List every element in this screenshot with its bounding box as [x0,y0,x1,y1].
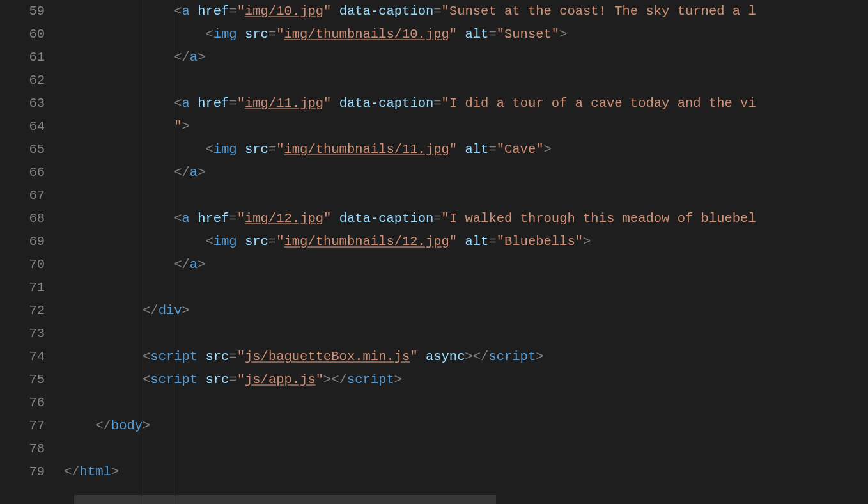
code-line[interactable] [64,437,868,461]
line-number: 59 [0,0,45,23]
line-number-gutter: 5960616263646566676869707172737475767778… [0,0,64,504]
code-line[interactable]: </a> [64,46,868,69]
line-number: 68 [0,207,45,230]
code-line[interactable]: </div> [64,299,868,322]
line-number: 76 [0,391,45,414]
indent-guide [143,0,143,504]
code-line[interactable]: <a href="img/11.jpg" data-caption="I did… [64,92,868,115]
code-line[interactable]: <a href="img/12.jpg" data-caption="I wal… [64,207,868,230]
code-line[interactable] [64,276,868,299]
line-number: 77 [0,414,45,437]
line-number: 62 [0,69,45,92]
code-line[interactable]: <script src="js/baguetteBox.min.js" asyn… [64,345,868,368]
code-line[interactable] [64,322,868,345]
line-number: 75 [0,368,45,391]
code-line[interactable]: </a> [64,161,868,184]
line-number: 66 [0,161,45,184]
line-number: 72 [0,299,45,322]
code-line[interactable]: <img src="img/thumbnails/11.jpg" alt="Ca… [64,138,868,161]
code-line[interactable]: </body> [64,414,868,437]
code-line[interactable]: <script src="js/app.js"></script> [64,368,868,391]
code-line[interactable]: <img src="img/thumbnails/12.jpg" alt="Bl… [64,230,868,253]
code-line[interactable]: <a href="img/10.jpg" data-caption="Sunse… [64,0,868,23]
code-line[interactable] [64,391,868,414]
line-number: 78 [0,437,45,461]
line-number: 71 [0,276,45,299]
horizontal-scrollbar[interactable] [74,495,496,504]
code-line[interactable] [64,69,868,92]
line-number: 65 [0,138,45,161]
line-number: 69 [0,230,45,253]
line-number: 64 [0,115,45,138]
line-number: 70 [0,253,45,276]
code-line[interactable]: <img src="img/thumbnails/10.jpg" alt="Su… [64,23,868,46]
line-number: 60 [0,23,45,46]
indent-guide [174,0,174,504]
line-number: 73 [0,322,45,345]
line-number: 74 [0,345,45,368]
line-number: 67 [0,184,45,207]
code-area[interactable]: <a href="img/10.jpg" data-caption="Sunse… [64,0,868,504]
line-number: 61 [0,46,45,69]
code-editor[interactable]: 5960616263646566676869707172737475767778… [0,0,868,504]
code-line[interactable]: </html> [64,461,868,484]
code-line[interactable]: </a> [64,253,868,276]
line-number: 79 [0,461,45,484]
code-line[interactable]: "> [64,115,868,138]
code-line[interactable] [64,184,868,207]
line-number: 63 [0,92,45,115]
